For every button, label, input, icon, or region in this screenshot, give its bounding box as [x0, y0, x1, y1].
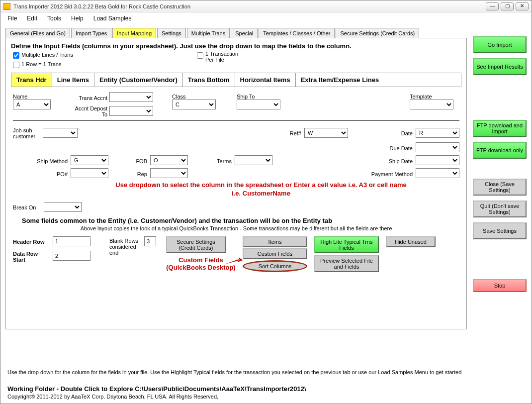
btn-ftp-import[interactable]: FTP download and Import: [473, 120, 527, 137]
lbl-due-date: Due Date: [383, 144, 413, 151]
btn-preview[interactable]: Preview Selected File and Fields: [314, 255, 379, 272]
btn-secure-settings[interactable]: Secure Settings (Credit Cards): [166, 236, 226, 253]
subtab-line-items[interactable]: Line Items: [52, 73, 94, 87]
lbl-accnt-deposit: Accnt Depost To: [73, 104, 107, 117]
combo-name[interactable]: A: [13, 100, 51, 109]
combo-trans-accnt[interactable]: [109, 92, 153, 102]
combo-class[interactable]: C: [172, 100, 216, 109]
menu-load-samples[interactable]: Load Samples: [93, 15, 132, 22]
lbl-template: Template: [410, 92, 459, 100]
chk-multiple-lines-box[interactable]: [13, 52, 19, 59]
lbl-header-row: Header Row: [13, 237, 50, 245]
app-window: Trans Importer 2012 Bld 3.0.2.22 Beta Go…: [0, 0, 532, 404]
window-title: Trans Importer 2012 Bld 3.0.2.22 Beta Go…: [13, 3, 486, 9]
chk-one-trans-box[interactable]: [197, 52, 203, 59]
menu-file[interactable]: File: [7, 15, 17, 22]
combo-rep[interactable]: [150, 168, 188, 178]
combo-ship-method[interactable]: G: [71, 155, 108, 165]
combo-ship-date[interactable]: [416, 155, 459, 165]
tab-general[interactable]: General (Files and Go): [5, 28, 70, 38]
lbl-ship-to: Ship To: [237, 92, 301, 100]
combo-break-on[interactable]: [44, 202, 82, 212]
help-red-text: Use dropdown to select the column in the…: [112, 181, 410, 198]
tab-secure[interactable]: Secure Settings (Credit Cards): [336, 28, 419, 38]
maximize-button[interactable]: ▢: [501, 2, 514, 10]
combo-terms[interactable]: [235, 155, 272, 165]
tab-input-mapping[interactable]: Input Mapping: [112, 28, 156, 38]
combo-date[interactable]: R: [416, 128, 459, 138]
chk-one-row[interactable]: 1 Row = 1 Trans: [11, 60, 175, 70]
subtab-entity[interactable]: Entity (Customer/Vendor): [94, 73, 183, 87]
close-button[interactable]: ✕: [516, 2, 529, 10]
lbl-rep: Rep: [122, 170, 147, 177]
subtab-extra[interactable]: Extra Item/Expense Lines: [296, 73, 384, 87]
lbl-name: Name: [13, 92, 73, 100]
btn-items[interactable]: Items: [243, 236, 307, 247]
btn-stop[interactable]: Stop: [473, 279, 527, 292]
combo-template[interactable]: [410, 100, 453, 109]
combo-ref[interactable]: W: [304, 128, 348, 138]
tab-templates[interactable]: Templates / Classes / Other: [259, 28, 335, 38]
lbl-date: Date: [383, 129, 413, 136]
input-header-row[interactable]: [53, 236, 90, 246]
footer-hint: Use the drop down for the column for the…: [7, 369, 525, 375]
btn-close-save[interactable]: Close (Save Settings): [473, 179, 527, 196]
btn-see-results[interactable]: See Import Results: [473, 58, 527, 75]
lbl-data-row: Data Row Start: [13, 249, 50, 263]
lbl-terms: Terms: [207, 157, 232, 164]
tab-import-types[interactable]: Import Types: [71, 28, 111, 38]
tab-special[interactable]: Special: [231, 28, 258, 38]
copies-note: Above layout copies the look of a typica…: [13, 225, 459, 231]
input-data-row[interactable]: [53, 251, 90, 261]
minimize-button[interactable]: —: [486, 2, 499, 10]
lbl-trans-accnt: Trans Accnt: [73, 94, 107, 101]
btn-save-settings[interactable]: Save Settings: [473, 222, 527, 239]
btn-ftp-only[interactable]: FTP download only: [473, 142, 527, 159]
subtab-horizontal[interactable]: Horizontal Items: [235, 73, 296, 87]
lbl-class: Class: [172, 92, 237, 100]
entity-note: Some fields common to the Entity (i.e. C…: [22, 217, 459, 224]
combo-accnt-deposit[interactable]: [109, 106, 153, 116]
btn-sort-columns[interactable]: Sort Columns: [243, 260, 307, 272]
lbl-ship-date: Ship Date: [383, 157, 413, 164]
app-icon: [3, 3, 10, 10]
copyright: Copyright® 2011-2012 by AaaTeX Corp. Day…: [7, 394, 525, 400]
btn-hide-unused[interactable]: Hide Unused: [386, 236, 436, 247]
lbl-fob: FOB: [122, 157, 147, 164]
combo-fob[interactable]: O: [150, 155, 188, 165]
combo-payment-method[interactable]: [416, 168, 459, 178]
tab-settings[interactable]: Settings: [157, 28, 186, 38]
menu-edit[interactable]: Edit: [27, 15, 37, 22]
lbl-payment-method: Payment Method: [366, 170, 413, 177]
lbl-break-on: Break On: [13, 203, 41, 210]
side-panel: Go Import See Import Results FTP downloa…: [473, 27, 527, 367]
input-blank-rows[interactable]: [144, 236, 156, 246]
combo-ship-to[interactable]: [237, 100, 280, 109]
combo-po[interactable]: [71, 168, 108, 178]
btn-custom-fields[interactable]: Custom Fields: [243, 248, 307, 259]
titlebar: Trans Importer 2012 Bld 3.0.2.22 Beta Go…: [0, 0, 532, 12]
subtab-trans-bottom[interactable]: Trans Bottom: [183, 73, 235, 87]
subtab-trans-hdr[interactable]: Trans Hdr: [11, 73, 52, 87]
btn-highlite[interactable]: High Lite Typical Trns Fields: [314, 236, 379, 253]
main-tabstrip: General (Files and Go) Import Types Inpu…: [5, 27, 467, 38]
lbl-ref: Ref#: [290, 129, 301, 136]
btn-go-import[interactable]: Go Import: [473, 36, 527, 53]
lbl-ship-method: Ship Method: [33, 157, 68, 164]
chk-multiple-lines[interactable]: Multiple Lines / Trans: [11, 51, 175, 60]
panel-instruction: Define the Input Fields (columns in your…: [11, 42, 461, 50]
working-folder[interactable]: Working Folder - Double Click to Explore…: [7, 385, 525, 393]
chk-one-trans[interactable]: 1 Transaction Per File: [195, 51, 245, 63]
footer: Use the drop down for the column for the…: [7, 369, 525, 400]
chk-one-row-box[interactable]: [13, 62, 19, 68]
btn-quit[interactable]: Quit (Don't save Settings): [473, 201, 527, 217]
menu-help[interactable]: Help: [71, 15, 84, 22]
input-mapping-panel: Define the Input Fields (columns in your…: [5, 38, 467, 329]
arrow-icon: [224, 256, 244, 266]
combo-due-date[interactable]: [416, 142, 459, 152]
tab-multiple-trans[interactable]: Multiple Trans: [187, 28, 230, 38]
lbl-blank-rows: Blank Rows considered end: [109, 236, 142, 256]
combo-job[interactable]: [43, 128, 78, 138]
sub-tabstrip: Trans Hdr Line Items Entity (Customer/Ve…: [11, 73, 461, 87]
menu-tools[interactable]: Tools: [47, 15, 61, 22]
